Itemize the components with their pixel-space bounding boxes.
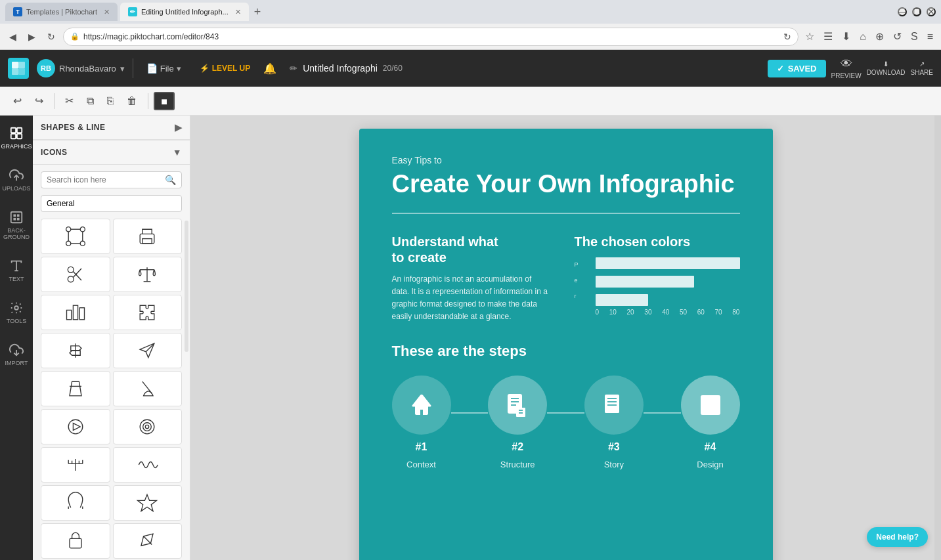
chart-y-label3: r <box>574 293 578 299</box>
icon-item-equalizer[interactable] <box>41 295 110 330</box>
minimize-button[interactable]: — <box>898 7 907 16</box>
new-tab-button[interactable]: + <box>254 5 261 19</box>
svg-point-44 <box>143 423 152 431</box>
skype-button[interactable]: S <box>908 28 921 45</box>
icon-item-wave[interactable] <box>113 447 183 483</box>
forward-button[interactable]: ▶ <box>24 29 39 45</box>
icon-search-box[interactable]: 🔍 <box>41 171 182 188</box>
icon-item-pencil[interactable] <box>113 523 183 559</box>
icon-item-broom[interactable] <box>113 371 183 406</box>
icon-item-star[interactable] <box>113 485 183 521</box>
home-button[interactable]: ⌂ <box>857 28 869 45</box>
step-connector-1 <box>451 412 489 414</box>
axis-30: 30 <box>644 309 651 316</box>
right-panel-handle[interactable] <box>934 116 941 560</box>
category-select[interactable]: General Business Medical Food Travel <box>41 195 182 212</box>
menu-button[interactable]: ≡ <box>925 28 936 45</box>
icons-arrow-icon: ▼ <box>173 147 182 158</box>
sidebar-item-graphics[interactable]: GRAPHICS <box>0 121 33 155</box>
icon-item-network[interactable] <box>41 219 110 254</box>
back-button[interactable]: ◀ <box>5 29 20 45</box>
svg-rect-11 <box>17 214 20 217</box>
infographic-title[interactable]: Create Your Own Infographic <box>392 169 740 200</box>
icon-item-printer[interactable] <box>113 219 183 254</box>
redo-button[interactable]: ↪ <box>30 91 49 110</box>
axis-20: 20 <box>627 309 634 316</box>
doc-title[interactable]: Untitled Infographi <box>303 63 378 74</box>
cut-button[interactable]: ✂ <box>60 91 79 110</box>
icon-item-scale[interactable] <box>113 257 183 292</box>
sidebar-item-uploads[interactable]: UPLOADS <box>0 163 33 197</box>
bell-icon[interactable]: 🔔 <box>263 62 276 75</box>
svg-rect-10 <box>13 214 16 217</box>
svg-point-18 <box>66 227 70 232</box>
refresh-button[interactable]: ↻ <box>43 29 59 45</box>
sidebar-item-tools[interactable]: TOOLS <box>0 295 33 330</box>
undo-button[interactable]: ↩ <box>8 91 27 110</box>
icon-item-bucket[interactable] <box>41 371 110 406</box>
icon-search-input[interactable] <box>47 175 165 184</box>
maximize-button[interactable]: ❐ <box>912 7 921 16</box>
paste-button[interactable]: ⎘ <box>102 92 119 110</box>
address-bar[interactable]: 🔒 https://magic.piktochart.com/editor/84… <box>63 28 799 46</box>
file-icon: 📄 <box>146 63 158 74</box>
download-nav-button[interactable]: ⬇ <box>839 28 853 45</box>
section2-title[interactable]: The chosen colors <box>574 234 739 249</box>
icon-item-paper-plane[interactable] <box>113 333 183 368</box>
reader-button[interactable]: ☰ <box>821 28 835 45</box>
file-button[interactable]: 📄 File ▾ <box>141 60 186 76</box>
tab-label-1: Templates | Piktochart <box>26 8 97 16</box>
section1-title[interactable]: Understand whatto create <box>392 234 548 265</box>
need-help-button[interactable]: Need help? <box>867 527 928 547</box>
close-button[interactable]: ✕ <box>927 7 936 16</box>
icon-item-bag[interactable] <box>41 523 110 559</box>
step-1-circle <box>392 376 451 435</box>
download-icon: ⬇ <box>883 60 888 68</box>
svg-point-45 <box>146 425 149 428</box>
shapes-section-label: SHAPES & LINE <box>41 123 106 132</box>
icon-item-puzzle[interactable] <box>113 295 183 330</box>
sidebar-item-text[interactable]: TEXT <box>0 253 33 288</box>
preview-label: PREVIEW <box>831 72 862 79</box>
icon-item-menorah[interactable] <box>41 447 110 483</box>
tab-editor[interactable]: ✏ Editing Untitled Infograph... ✕ <box>120 3 249 21</box>
share-button[interactable]: ↗ SHARE <box>911 60 933 76</box>
shapes-section-header[interactable]: SHAPES & LINE ▶ <box>33 116 190 140</box>
preview-button[interactable]: 👁 PREVIEW <box>831 57 862 79</box>
bar-chart-bars <box>582 257 740 306</box>
sidebar-item-import[interactable]: IMPORT <box>0 337 33 372</box>
toolbar-separator-2 <box>148 93 148 109</box>
tab-close-2[interactable]: ✕ <box>235 8 241 16</box>
steps-title[interactable]: These are the steps <box>392 343 740 360</box>
tab-templates[interactable]: T Templates | Piktochart ✕ <box>5 3 118 21</box>
extensions-button[interactable]: ⊕ <box>873 28 886 45</box>
toolbar-separator-1 <box>54 93 55 109</box>
sync-button[interactable]: ↺ <box>890 28 904 45</box>
download-button[interactable]: ⬇ DOWNLOAD <box>867 60 906 76</box>
step-3: #3 Story <box>584 376 644 469</box>
star-button[interactable]: ☆ <box>802 28 817 45</box>
need-help-label: Need help? <box>876 532 919 542</box>
svg-rect-2 <box>12 68 18 75</box>
level-up-button[interactable]: ⚡ LEVEL UP <box>194 61 255 75</box>
scroll-bar[interactable] <box>185 221 188 352</box>
copy-button[interactable]: ⧉ <box>81 92 99 110</box>
sidebar-item-uploads-label: UPLOADS <box>3 185 31 192</box>
lock-icon: 🔒 <box>70 32 79 41</box>
icon-item-signpost[interactable] <box>41 333 110 368</box>
bg-color-button[interactable]: ■ <box>154 92 175 110</box>
tab-close-1[interactable]: ✕ <box>104 8 110 16</box>
saved-button[interactable]: ✓ SAVED <box>768 60 826 77</box>
icons-section-header[interactable]: ICONS ▼ <box>33 140 190 165</box>
section1-text[interactable]: An infographic is not an accumulation of… <box>392 273 548 324</box>
icon-item-scissors[interactable] <box>41 257 110 292</box>
sidebar-item-background[interactable]: BACK-GROUND <box>0 205 33 246</box>
delete-button[interactable]: 🗑 <box>121 92 142 110</box>
canvas-area[interactable]: Easy Tips to Create Your Own Infographic… <box>190 116 941 560</box>
icon-item-target[interactable] <box>113 409 183 444</box>
axis-10: 10 <box>609 309 617 316</box>
icon-item-magnet[interactable] <box>41 485 110 521</box>
icon-item-media-player[interactable] <box>41 409 110 444</box>
category-select-wrapper[interactable]: General Business Medical Food Travel <box>41 195 182 212</box>
user-area[interactable]: RB RhondaBavaro ▾ <box>37 59 125 77</box>
